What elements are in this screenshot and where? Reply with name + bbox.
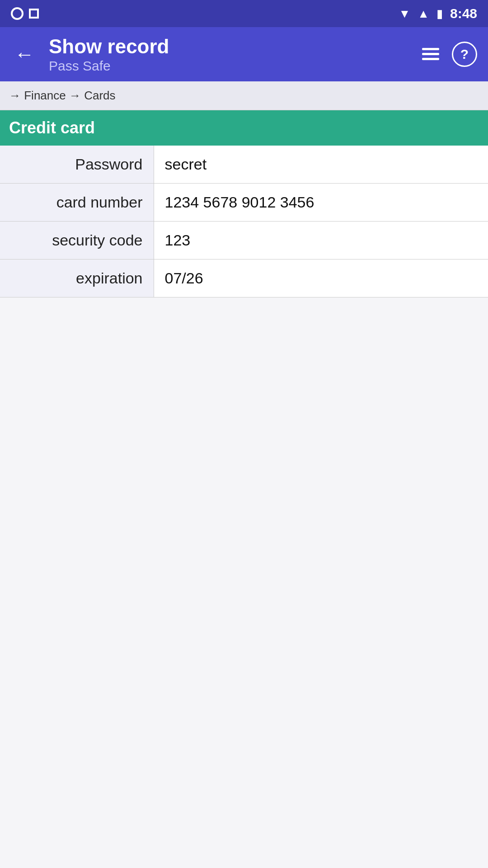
breadcrumb: → Finance → Cards: [0, 81, 488, 110]
field-value: 123: [154, 222, 488, 259]
svg-rect-2: [422, 58, 439, 60]
signal-icon: ▲: [418, 7, 429, 21]
field-label: card number: [0, 184, 154, 222]
app-bar-subtitle: Pass Safe: [49, 58, 408, 74]
app-bar-title: Show record: [49, 35, 408, 59]
field-label: expiration: [0, 259, 154, 297]
app-bar: ← Show record Pass Safe ?: [0, 27, 488, 81]
section-header: Credit card: [0, 110, 488, 146]
menu-icon: [422, 46, 439, 63]
status-bar: ▼ ▲ ▮ 8:48: [0, 0, 488, 27]
record-table: Passwordsecretcard number1234 5678 9012 …: [0, 146, 488, 297]
square-icon: [29, 9, 39, 19]
status-time: 8:48: [450, 6, 477, 21]
back-button[interactable]: ←: [11, 39, 38, 69]
status-left: [11, 7, 39, 20]
battery-icon: ▮: [436, 7, 443, 21]
table-row: security code123: [0, 222, 488, 259]
field-label: Password: [0, 146, 154, 184]
table-row: card number1234 5678 9012 3456: [0, 184, 488, 222]
field-value: 07/26: [154, 259, 488, 297]
field-value: 1234 5678 9012 3456: [154, 184, 488, 222]
wifi-icon: ▼: [399, 7, 410, 21]
status-right: ▼ ▲ ▮ 8:48: [399, 6, 477, 21]
table-row: Passwordsecret: [0, 146, 488, 184]
help-button[interactable]: ?: [452, 42, 477, 67]
section-title: Credit card: [9, 118, 95, 137]
svg-rect-0: [422, 48, 439, 50]
field-value: secret: [154, 146, 488, 184]
main-content: → Finance → Cards Credit card Passwordse…: [0, 81, 488, 868]
svg-rect-1: [422, 53, 439, 55]
circle-icon: [11, 7, 23, 20]
table-row: expiration07/26: [0, 259, 488, 297]
app-bar-title-area: Show record Pass Safe: [49, 35, 408, 74]
menu-button[interactable]: [418, 42, 443, 66]
field-label: security code: [0, 222, 154, 259]
breadcrumb-text: → Finance → Cards: [9, 89, 116, 102]
app-bar-actions: ?: [418, 42, 477, 67]
